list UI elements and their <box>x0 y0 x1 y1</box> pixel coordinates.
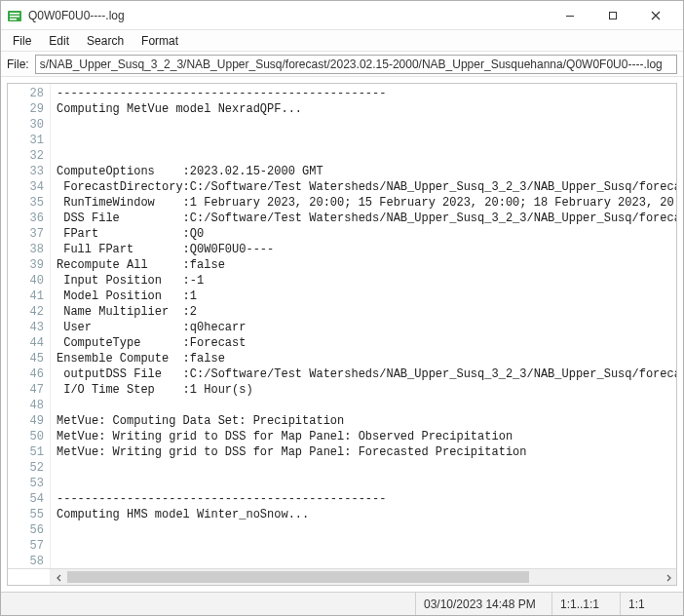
menu-bar: File Edit Search Format <box>1 30 683 52</box>
menu-file[interactable]: File <box>5 32 39 50</box>
menu-edit[interactable]: Edit <box>41 32 77 50</box>
window-title: Q0W0F0U0----.log <box>28 9 549 22</box>
editor-area[interactable]: 28 29 30 31 32 33 34 35 36 37 38 39 40 4… <box>8 84 676 568</box>
status-bar: 03/10/2023 14:48 PM 1:1..1:1 1:1 <box>1 592 683 615</box>
window-controls <box>549 2 677 29</box>
close-button[interactable] <box>634 2 677 29</box>
title-bar: Q0W0F0U0----.log <box>1 1 683 30</box>
svg-rect-3 <box>10 19 17 20</box>
status-empty <box>1 593 416 615</box>
editor-frame: 28 29 30 31 32 33 34 35 36 37 38 39 40 4… <box>7 83 677 586</box>
status-selection: 1:1 <box>621 593 683 615</box>
line-number-gutter: 28 29 30 31 32 33 34 35 36 37 38 39 40 4… <box>8 84 51 568</box>
minimize-button[interactable] <box>549 2 591 29</box>
file-path-input[interactable] <box>35 55 677 74</box>
file-label: File: <box>7 58 29 71</box>
scrollbar-track[interactable] <box>67 569 660 585</box>
menu-format[interactable]: Format <box>133 32 186 50</box>
status-datetime: 03/10/2023 14:48 PM <box>416 593 552 615</box>
scroll-right-arrow-icon[interactable] <box>660 569 676 586</box>
svg-rect-2 <box>10 16 19 18</box>
svg-rect-1 <box>10 13 19 15</box>
svg-rect-5 <box>610 12 617 19</box>
file-path-bar: File: <box>1 52 683 77</box>
svg-rect-4 <box>566 16 574 17</box>
app-icon <box>7 8 22 23</box>
scrollbar-thumb[interactable] <box>67 571 529 583</box>
horizontal-scrollbar-row <box>8 568 676 585</box>
status-position: 1:1..1:1 <box>552 593 621 615</box>
menu-search[interactable]: Search <box>79 32 132 50</box>
scroll-left-arrow-icon[interactable] <box>51 569 67 586</box>
scrollbar-gutter-spacer <box>8 569 51 585</box>
maximize-button[interactable] <box>591 2 634 29</box>
code-content[interactable]: ----------------------------------------… <box>51 84 676 568</box>
horizontal-scrollbar[interactable] <box>51 569 676 585</box>
